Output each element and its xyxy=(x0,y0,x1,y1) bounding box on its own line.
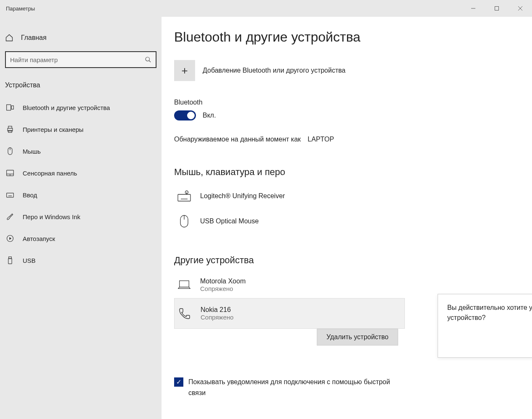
main-content: Bluetooth и другие устройства + Добавлен… xyxy=(162,17,532,419)
laptop-device-icon xyxy=(177,278,191,292)
plus-icon: + xyxy=(174,60,195,81)
sidebar-item-usb[interactable]: USB xyxy=(0,249,162,271)
svg-rect-10 xyxy=(8,131,12,133)
svg-rect-1 xyxy=(495,7,499,10)
device-item-selected[interactable]: Nokia 216 Сопряжено xyxy=(174,298,405,329)
pen-icon xyxy=(6,212,14,221)
sidebar-item-bluetooth[interactable]: Bluetooth и другие устройства xyxy=(0,97,162,118)
svg-rect-7 xyxy=(11,106,13,109)
device-item[interactable]: Motorola Xoom Сопряжено xyxy=(174,272,405,298)
device-name: Nokia 216 xyxy=(201,306,234,314)
search-input-wrapper[interactable] xyxy=(5,51,156,68)
home-icon xyxy=(5,34,13,42)
device-name: Logitech® Unifying Receiver xyxy=(200,192,285,200)
device-item[interactable]: Logitech® Unifying Receiver xyxy=(174,183,405,209)
device-status: Сопряжено xyxy=(200,285,246,292)
bluetooth-label: Bluetooth xyxy=(174,99,532,106)
confirm-dialog: Вы действительно хотите удалить это устр… xyxy=(438,294,532,358)
svg-rect-38 xyxy=(180,280,189,287)
section-mouse-keyboard-pen: Мышь, клавиатура и перо xyxy=(174,167,532,178)
discoverable-text: Обнаруживаемое на данный момент как LAPT… xyxy=(174,136,532,143)
device-name: USB Optical Mouse xyxy=(200,217,259,225)
bluetooth-toggle[interactable] xyxy=(174,110,196,120)
device-name: Motorola Xoom xyxy=(200,278,246,285)
svg-point-4 xyxy=(146,57,149,61)
svg-rect-9 xyxy=(8,126,12,128)
sidebar-item-label: Сенсорная панель xyxy=(23,170,77,177)
checkbox-label: Показывать уведомления для подключения с… xyxy=(188,377,409,398)
sidebar-item-label: USB xyxy=(23,257,36,264)
touchpad-icon xyxy=(6,169,14,177)
checkbox-checked-icon[interactable]: ✓ xyxy=(174,377,183,387)
maximize-icon xyxy=(494,6,499,11)
sidebar-category: Устройства xyxy=(0,76,162,97)
titlebar: Параметры xyxy=(0,0,532,17)
svg-rect-26 xyxy=(178,194,190,201)
svg-rect-25 xyxy=(8,259,12,264)
home-label: Главная xyxy=(21,34,47,42)
sidebar-item-printers[interactable]: Принтеры и сканеры xyxy=(0,118,162,140)
svg-rect-6 xyxy=(7,105,11,110)
devices-icon xyxy=(6,103,14,112)
usb-icon xyxy=(6,256,14,264)
phone-device-icon xyxy=(178,307,191,320)
svg-line-5 xyxy=(149,60,151,62)
close-icon xyxy=(518,6,523,11)
sidebar-item-autoplay[interactable]: Автозапуск xyxy=(0,228,162,249)
autoplay-icon xyxy=(6,234,14,243)
confirm-text: Вы действительно хотите удалить это устр… xyxy=(447,303,532,323)
sidebar: Главная Устройства Bluetooth и другие ус… xyxy=(0,17,162,419)
sidebar-item-label: Автозапуск xyxy=(23,235,55,242)
device-status: Сопряжено xyxy=(201,314,234,321)
section-other-devices: Другие устройства xyxy=(174,255,532,266)
svg-rect-16 xyxy=(7,193,14,197)
discoverable-name: LAPTOP xyxy=(308,136,334,143)
mouse-device-icon xyxy=(177,215,191,228)
maximize-button[interactable] xyxy=(485,0,509,17)
keyboard-icon xyxy=(6,191,14,199)
remove-device-button[interactable]: Удалить устройство xyxy=(317,329,398,346)
keyboard-device-icon xyxy=(177,189,191,203)
sidebar-item-label: Ввод xyxy=(23,191,37,199)
sidebar-item-touchpad[interactable]: Сенсорная панель xyxy=(0,162,162,184)
window-title: Параметры xyxy=(0,5,35,12)
minimize-icon xyxy=(471,6,476,11)
window-controls xyxy=(462,0,532,17)
add-device-button[interactable]: + Добавление Bluetooth или другого устро… xyxy=(174,60,532,81)
svg-rect-24 xyxy=(9,257,12,259)
home-link[interactable]: Главная xyxy=(0,29,162,46)
printer-icon xyxy=(6,125,14,134)
sidebar-item-label: Перо и Windows Ink xyxy=(23,213,81,220)
search-input[interactable] xyxy=(10,56,145,63)
bluetooth-state: Вкл. xyxy=(203,112,216,119)
sidebar-item-mouse[interactable]: Мышь xyxy=(0,140,162,162)
discoverable-prefix: Обнаруживаемое на данный момент как xyxy=(174,136,301,143)
svg-marker-23 xyxy=(9,237,11,240)
sidebar-item-label: Принтеры и сканеры xyxy=(23,126,83,133)
close-button[interactable] xyxy=(509,0,532,17)
minimize-button[interactable] xyxy=(462,0,485,17)
device-item[interactable]: USB Optical Mouse xyxy=(174,209,405,234)
mouse-icon xyxy=(6,147,14,155)
sidebar-item-typing[interactable]: Ввод xyxy=(0,184,162,206)
sidebar-item-label: Мышь xyxy=(23,148,41,155)
sidebar-item-pen[interactable]: Перо и Windows Ink xyxy=(0,206,162,228)
add-device-label: Добавление Bluetooth или другого устройс… xyxy=(203,67,346,74)
page-title: Bluetooth и другие устройства xyxy=(174,29,532,45)
sidebar-item-label: Bluetooth и другие устройства xyxy=(23,104,110,111)
swift-pair-checkbox-row[interactable]: ✓ Показывать уведомления для подключения… xyxy=(174,377,409,398)
search-icon xyxy=(145,56,151,63)
